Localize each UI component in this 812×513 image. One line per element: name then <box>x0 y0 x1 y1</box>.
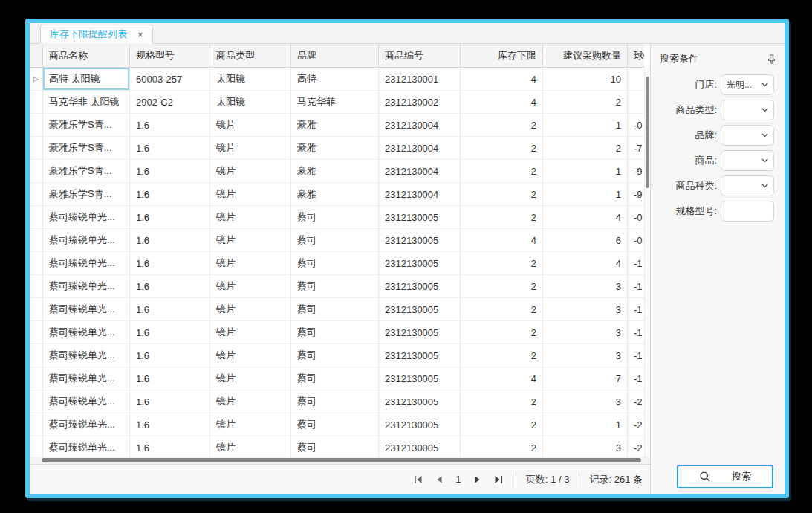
table-cell[interactable]: 2312130005 <box>379 344 461 367</box>
field-control[interactable] <box>721 175 774 196</box>
table-cell[interactable]: 蔡司臻锐单光... <box>43 344 130 367</box>
field-control[interactable] <box>721 125 774 146</box>
table-row[interactable]: 蔡司臻锐单光...1.6镜片蔡司231213000523-1 <box>30 344 644 367</box>
table-cell[interactable]: 镜片 <box>210 298 291 321</box>
table-cell[interactable]: 4 <box>461 367 543 390</box>
table-cell[interactable]: 1 <box>543 160 628 183</box>
table-cell[interactable]: 60003-257 <box>130 68 210 91</box>
table-cell[interactable]: 豪雅 <box>291 183 379 206</box>
field-control[interactable] <box>721 150 774 171</box>
table-cell[interactable]: 4 <box>543 252 628 275</box>
table-cell[interactable]: 蔡司 <box>291 344 379 367</box>
table-cell[interactable]: 镜片 <box>210 229 291 252</box>
table-cell[interactable]: 蔡司臻锐单光... <box>43 321 130 344</box>
table-cell[interactable]: 4 <box>461 68 543 91</box>
column-header[interactable]: 商品类型 <box>210 44 291 68</box>
table-cell[interactable]: -2 <box>628 413 644 436</box>
table-cell[interactable]: 镜片 <box>210 390 291 413</box>
next-page-icon[interactable] <box>474 475 481 484</box>
table-cell[interactable]: 1.6 <box>130 298 210 321</box>
table-cell[interactable]: 高特 太阳镜 <box>43 68 130 91</box>
search-button[interactable]: 搜索 <box>677 465 773 488</box>
table-cell[interactable]: 蔡司臻锐单光... <box>43 252 130 275</box>
table-cell[interactable]: 1.6 <box>130 367 210 390</box>
table-cell[interactable]: 1 <box>543 413 628 436</box>
table-row[interactable]: 蔡司臻锐单光...1.6镜片蔡司231213000523-2 <box>30 390 644 413</box>
table-cell[interactable]: 太阳镜 <box>210 91 291 114</box>
table-cell[interactable]: 镜片 <box>210 114 291 137</box>
table-cell[interactable] <box>628 91 644 114</box>
table-cell[interactable]: 1.6 <box>130 114 210 137</box>
table-cell[interactable]: 2312130004 <box>379 183 461 206</box>
table-cell[interactable]: 2 <box>461 390 543 413</box>
table-cell[interactable]: 蔡司臻锐单光... <box>43 206 130 229</box>
table-cell[interactable]: 2 <box>461 114 543 137</box>
table-cell[interactable]: 镜片 <box>210 436 291 457</box>
table-row[interactable]: 蔡司臻锐单光...1.6镜片蔡司231213000546-0 <box>30 229 644 252</box>
table-cell[interactable]: 1.6 <box>130 390 210 413</box>
table-cell[interactable]: -7 <box>628 137 644 160</box>
table-cell[interactable]: 2 <box>461 137 543 160</box>
table-cell[interactable]: 2 <box>461 321 543 344</box>
table-cell[interactable]: -9 <box>628 183 644 206</box>
pin-icon[interactable] <box>767 54 776 64</box>
table-cell[interactable]: -2 <box>628 436 644 457</box>
table-cell[interactable]: 2 <box>461 183 543 206</box>
table-cell[interactable]: 蔡司 <box>291 436 379 457</box>
table-cell[interactable]: 3 <box>543 298 628 321</box>
table-row[interactable]: 蔡司臻锐单光...1.6镜片蔡司231213000524-0 <box>30 206 644 229</box>
previous-page-icon[interactable] <box>435 475 443 484</box>
table-cell[interactable]: 蔡司 <box>291 298 379 321</box>
horizontal-scrollbar[interactable] <box>30 457 650 464</box>
table-cell[interactable]: 1.6 <box>130 413 210 436</box>
table-cell[interactable]: 2 <box>543 91 628 114</box>
table-cell[interactable]: 蔡司臻锐单光... <box>43 436 130 457</box>
table-cell[interactable]: 蔡司臻锐单光... <box>43 229 130 252</box>
table-cell[interactable]: 3 <box>543 344 628 367</box>
table-row[interactable]: 豪雅乐学S青...1.6镜片豪雅231213000421-0 <box>30 114 644 137</box>
table-cell[interactable]: 2 <box>461 160 543 183</box>
table-cell[interactable]: -0 <box>628 206 644 229</box>
field-control[interactable]: 光明... <box>721 74 774 95</box>
table-row[interactable]: 蔡司臻锐单光...1.6镜片蔡司231213000523-1 <box>30 298 644 321</box>
column-header[interactable]: 球镜 <box>628 44 644 68</box>
horizontal-scrollbar-thumb[interactable] <box>42 458 641 462</box>
column-header[interactable]: 商品名称 <box>43 44 130 68</box>
table-cell[interactable]: 1.6 <box>130 275 210 298</box>
table-cell[interactable]: 2312130005 <box>379 436 461 457</box>
table-cell[interactable]: 镜片 <box>210 344 291 367</box>
table-cell[interactable]: 蔡司 <box>291 413 379 436</box>
table-cell[interactable]: 镜片 <box>210 413 291 436</box>
table-cell[interactable]: 1.6 <box>130 252 210 275</box>
table-row[interactable]: 马克华非 太阳镜2902-C2太阳镜马克华菲231213000242 <box>30 91 644 114</box>
first-page-icon[interactable] <box>414 475 423 484</box>
table-cell[interactable]: -1 <box>628 298 644 321</box>
table-cell[interactable]: -2 <box>628 390 644 413</box>
table-cell[interactable]: 蔡司 <box>291 321 379 344</box>
table-cell[interactable]: 1.6 <box>130 436 210 457</box>
table-cell[interactable]: 2 <box>461 275 543 298</box>
table-cell[interactable]: 镜片 <box>210 367 291 390</box>
table-cell[interactable]: 1.6 <box>130 183 210 206</box>
table-cell[interactable]: 马克华菲 <box>291 91 379 114</box>
table-cell[interactable]: 6 <box>543 229 628 252</box>
tab-inventory-lower-limit[interactable]: 库存下限提醒列表 × <box>40 25 153 44</box>
table-cell[interactable]: 2902-C2 <box>130 91 210 114</box>
tab-close-icon[interactable]: × <box>137 30 143 39</box>
table-row[interactable]: 蔡司臻锐单光...1.6镜片蔡司231213000524-1 <box>30 252 644 275</box>
table-cell[interactable]: -1 <box>628 252 644 275</box>
table-cell[interactable]: 3 <box>543 390 628 413</box>
table-cell[interactable]: 2 <box>461 413 543 436</box>
table-cell[interactable]: 镜片 <box>210 160 291 183</box>
table-cell[interactable]: 2312130001 <box>379 68 461 91</box>
table-cell[interactable]: 1 <box>543 183 628 206</box>
table-cell[interactable]: -1 <box>628 321 644 344</box>
table-cell[interactable]: 3 <box>543 275 628 298</box>
table-cell[interactable]: 豪雅 <box>291 114 379 137</box>
table-cell[interactable]: 1.6 <box>130 206 210 229</box>
table-cell[interactable]: -0 <box>628 114 644 137</box>
table-cell[interactable]: 2 <box>461 298 543 321</box>
column-header[interactable]: 商品编号 <box>379 44 461 68</box>
field-control[interactable] <box>721 100 774 120</box>
table-cell[interactable]: 镜片 <box>210 252 291 275</box>
